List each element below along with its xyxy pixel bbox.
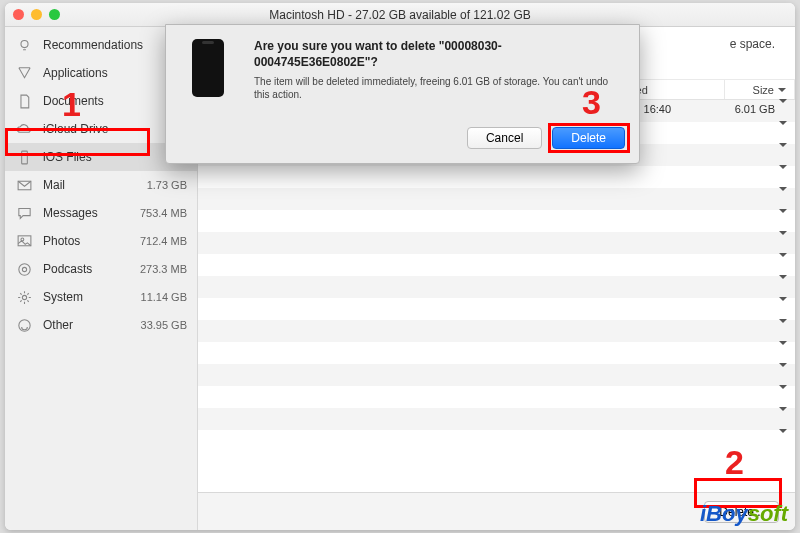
table-row <box>198 210 795 232</box>
dialog-icon <box>180 39 236 149</box>
svg-point-5 <box>18 263 29 274</box>
table-row <box>198 166 795 188</box>
iphone-icon <box>192 39 224 97</box>
sidebar-item-size: 1.73 GB <box>147 179 187 191</box>
sidebar-item-label: Messages <box>43 206 130 220</box>
sidebar-item-size: 33.95 GB <box>141 319 187 331</box>
sidebar-item-label: Other <box>43 318 131 332</box>
sidebar-item-size: 273.3 MB <box>140 263 187 275</box>
window-title: Macintosh HD - 27.02 GB available of 121… <box>5 8 795 22</box>
phone-icon <box>15 148 33 166</box>
sidebar-item-photos[interactable]: Photos712.4 MB <box>5 227 197 255</box>
watermark: iBoysoft <box>700 501 788 527</box>
svg-rect-1 <box>21 151 27 164</box>
table-row <box>198 320 795 342</box>
lamp-icon <box>15 36 33 54</box>
svg-point-7 <box>22 295 26 299</box>
table-row <box>198 232 795 254</box>
table-row <box>198 254 795 276</box>
minimize-icon[interactable] <box>31 9 42 20</box>
cloud-icon <box>15 120 33 138</box>
table-row <box>198 408 795 430</box>
pod-icon <box>15 260 33 278</box>
photo-icon <box>15 232 33 250</box>
svg-point-0 <box>20 40 27 47</box>
table-row <box>198 430 795 452</box>
table-row <box>198 276 795 298</box>
sidebar-item-label: Photos <box>43 234 130 248</box>
table-row <box>198 298 795 320</box>
cancel-button[interactable]: Cancel <box>467 127 542 149</box>
sidebar-item-label: Applications <box>43 66 177 80</box>
sidebar-item-label: iOS Files <box>43 150 171 164</box>
sidebar-item-label: Documents <box>43 94 171 108</box>
delete-button[interactable]: Delete <box>552 127 625 149</box>
table-row <box>198 188 795 210</box>
sys-icon <box>15 288 33 306</box>
mail-icon <box>15 176 33 194</box>
table-row <box>198 364 795 386</box>
sidebar-item-podcasts[interactable]: Podcasts273.3 MB <box>5 255 197 283</box>
sidebar-item-size: 11.14 GB <box>141 291 187 303</box>
dialog-description: The item will be deleted immediately, fr… <box>254 75 625 101</box>
sidebar-item-mail[interactable]: Mail1.73 GB <box>5 171 197 199</box>
sidebar-item-size: 753.4 MB <box>140 207 187 219</box>
sidebar-item-label: Recommendations <box>43 38 177 52</box>
sidebar-item-other[interactable]: Other33.95 GB <box>5 311 197 339</box>
confirm-dialog: Are you sure you want to delete "0000803… <box>165 24 640 164</box>
free-space-text: e space. <box>730 37 775 51</box>
sidebar-item-label: iCloud Drive <box>43 122 177 136</box>
close-icon[interactable] <box>13 9 24 20</box>
table-row <box>198 386 795 408</box>
sidebar-item-messages[interactable]: Messages753.4 MB <box>5 199 197 227</box>
sidebar-item-label: Podcasts <box>43 262 130 276</box>
other-icon <box>15 316 33 334</box>
table-row <box>198 342 795 364</box>
sidebar-item-label: Mail <box>43 178 137 192</box>
dialog-heading: Are you sure you want to delete "0000803… <box>254 39 625 70</box>
svg-point-6 <box>22 267 26 271</box>
sidebar-item-size: 712.4 MB <box>140 235 187 247</box>
msg-icon <box>15 204 33 222</box>
doc-icon <box>15 92 33 110</box>
col-size[interactable]: Size <box>725 80 795 99</box>
sidebar-item-label: System <box>43 290 131 304</box>
sidebar-item-system[interactable]: System11.14 GB <box>5 283 197 311</box>
maximize-icon[interactable] <box>49 9 60 20</box>
apps-icon <box>15 64 33 82</box>
